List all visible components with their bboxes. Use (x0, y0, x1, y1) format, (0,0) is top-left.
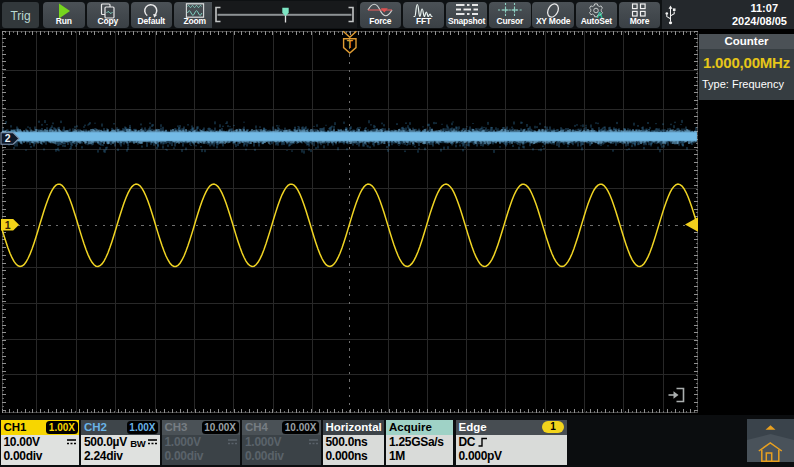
svg-text:T: T (347, 39, 353, 50)
svg-text:1: 1 (5, 219, 11, 231)
svg-text:2: 2 (5, 132, 11, 144)
